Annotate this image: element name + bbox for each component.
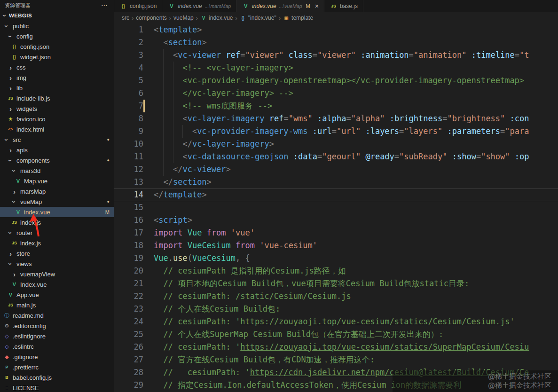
chevron-right-icon: › [7, 74, 15, 82]
close-tab-icon[interactable]: × [315, 3, 319, 9]
breadcrumb-item-template[interactable]: ▣template [283, 15, 313, 21]
breadcrumb-label: src [122, 15, 129, 21]
code-line-1[interactable]: 1<template> [114, 24, 558, 36]
tree-item-index-vue[interactable]: VIndex.vue [0, 279, 114, 290]
tree-item-eslintignore[interactable]: ◇.eslintignore [0, 331, 114, 341]
tree-item-widgets[interactable]: ›widgets [0, 103, 114, 114]
code-line-14[interactable]: 14</template> [114, 188, 558, 201]
tab-base-js[interactable]: JSbase.js [324, 0, 363, 12]
tree-item-public[interactable]: ›public [0, 21, 114, 31]
gutter-spacer [143, 125, 154, 138]
tree-item-index-js[interactable]: JSindex.js [0, 217, 114, 227]
tree-item-router[interactable]: ›router [0, 227, 114, 238]
tree-item-vuemap[interactable]: ›vueMap● [0, 196, 114, 207]
breadcrumb-item-index-vue[interactable]: Vindex.vue [200, 15, 233, 21]
tree-item-prettierrc[interactable]: P.prettierrc [0, 362, 114, 372]
code-line-11[interactable]: 11 <vc-datasource-geojson :data="geourl"… [114, 150, 558, 163]
code-line-17[interactable]: 17import Vue from 'vue' [114, 227, 558, 239]
tree-item-include-lib-js[interactable]: JSinclude-lib.js [0, 93, 114, 103]
tab-config-json[interactable]: {}config.json [114, 0, 162, 12]
js-icon: JS [7, 96, 15, 101]
code-line-28[interactable]: 28 // cesiumPath: 'https://cdn.jsdelivr.… [114, 366, 558, 379]
tree-item-config-json[interactable]: {}config.json [0, 41, 114, 52]
tree-item-index-js[interactable]: JSindex.js [0, 238, 114, 248]
tree-item-vuemapview[interactable]: ›vuemapView [0, 269, 114, 279]
code-line-20[interactable]: 20 // cesiumPath 是指引用的Cesium.js路径，如 [114, 265, 558, 277]
tab-label: base.js [340, 3, 358, 9]
tree-item-widget-json[interactable]: {}widget.json [0, 52, 114, 62]
tree-item-views[interactable]: ›views [0, 259, 114, 269]
line-content: <vc-datasource-geojson :data="geourl" @r… [154, 150, 529, 163]
code-line-5[interactable]: 5 <vc-provider-imagery-openstreetmap></v… [114, 74, 558, 87]
breadcrumb-item-index-vue[interactable]: {}"index.vue" [240, 15, 276, 21]
tree-item-index-html[interactable]: <>index.html [0, 124, 114, 134]
tab-index-vue-marsmap[interactable]: Vindex.vue...\marsMap [162, 0, 236, 12]
code-line-22[interactable]: 22 // cesiumPath: /static/Cesium/Cesium.… [114, 290, 558, 303]
tree-item-readme-md[interactable]: ⓘreadme.md [0, 310, 114, 321]
code-line-27[interactable]: 27 // 官方在线Cesium Build包，有CDN加速，推荐用这个: [114, 353, 558, 366]
code-line-16[interactable]: 16<script> [114, 214, 558, 227]
tree-item-license[interactable]: ≡LICENSE [0, 383, 114, 392]
line-content: import VueCesium from 'vue-cesium' [154, 239, 317, 252]
code-line-2[interactable]: 2 <section> [114, 36, 558, 49]
chevron-right-icon: › [10, 188, 18, 196]
breadcrumb-item-vuemap[interactable]: vueMap [173, 15, 194, 21]
file-label: .prettierrc [13, 364, 39, 371]
tree-item-img[interactable]: ›img [0, 72, 114, 83]
tree-item-mars3d[interactable]: ›mars3d [0, 165, 114, 176]
chevron-right-icon: › [7, 146, 15, 154]
line-number: 18 [114, 239, 143, 252]
tree-item-index-vue[interactable]: Vindex.vueM [0, 207, 114, 217]
tree-item-editorconfig[interactable]: ⚙.editorconfig [0, 321, 114, 331]
tree-item-map-vue[interactable]: VMap.vue [0, 176, 114, 186]
line-content: </template> [154, 188, 207, 201]
code-line-10[interactable]: 10 </vc-layer-imagery> [114, 138, 558, 150]
tree-item-eslintrc[interactable]: ◇.eslintrc [0, 341, 114, 352]
tree-item-babel-config-js[interactable]: Bbabel.config.js [0, 372, 114, 383]
tree-item-gitignore[interactable]: ◆.gitignore [0, 352, 114, 362]
modified-dot-badge: ● [107, 196, 110, 207]
file-label: index.js [20, 240, 41, 247]
tree-item-app-vue[interactable]: VApp.vue [0, 290, 114, 300]
code-line-29[interactable]: 29 // 指定Cesium.Ion.defaultAccessToken，使用… [114, 379, 558, 392]
code-line-4[interactable]: 4 <!-- <vc-layer-imagery> [114, 62, 558, 74]
workspace-section-header[interactable]: › WEBGIS [0, 10, 114, 21]
breadcrumb-item-components[interactable]: components [136, 15, 166, 21]
code-line-24[interactable]: 24 // cesiumPath: 'https://zouyaoji.top/… [114, 315, 558, 328]
tree-item-src[interactable]: ›src● [0, 134, 114, 145]
vue-icon: V [14, 178, 22, 184]
code-line-23[interactable]: 23 // 个人在线Cesium Build包: [114, 303, 558, 315]
tree-item-apis[interactable]: ›apis [0, 145, 114, 155]
code-editor[interactable]: 1<template>2 <section>3 <vc-viewer ref="… [114, 24, 558, 392]
more-actions-icon[interactable]: ⋯ [101, 1, 108, 9]
code-line-15[interactable]: 15 [114, 201, 558, 214]
code-line-13[interactable]: 13 </section> [114, 176, 558, 188]
tree-item-config[interactable]: ›config [0, 31, 114, 41]
breadcrumb-item-src[interactable]: src [122, 15, 129, 21]
tree-item-marsmap[interactable]: ›marsMap [0, 186, 114, 196]
code-line-8[interactable]: 8 <vc-layer-imagery ref="wms" :alpha="al… [114, 112, 558, 125]
code-line-7[interactable]: 7 <!-- wms底图服务 --> [114, 100, 558, 112]
tab-index-vue-vuemap[interactable]: Vindex.vue...\vueMapM× [236, 0, 324, 12]
line-number: 6 [114, 87, 143, 100]
tree-item-favicon-ico[interactable]: ★favicon.ico [0, 114, 114, 124]
tree-item-components[interactable]: ›components● [0, 155, 114, 165]
symbol-icon: ▣ [283, 16, 290, 21]
tree-item-lib[interactable]: ›lib [0, 83, 114, 93]
code-line-19[interactable]: 19Vue.use(VueCesium, { [114, 252, 558, 265]
line-number: 25 [114, 328, 143, 341]
code-line-6[interactable]: 6 </vc-layer-imagery> --> [114, 87, 558, 100]
tree-item-css[interactable]: ›css [0, 62, 114, 72]
tree-item-main-js[interactable]: JSmain.js [0, 300, 114, 310]
code-line-25[interactable]: 25 // 个人在线SuperMap Cesium Build包（在官方基础上二… [114, 328, 558, 341]
tree-item-store[interactable]: ›store [0, 248, 114, 259]
code-line-9[interactable]: 9 <vc-provider-imagery-wms :url="url" :l… [114, 125, 558, 138]
line-number: 17 [114, 227, 143, 239]
breadcrumb-separator: › [279, 15, 281, 22]
code-line-12[interactable]: 12 </vc-viewer> [114, 163, 558, 176]
code-line-21[interactable]: 21 // 项目本地的Cesium Build包，vue项目需要将Cesium … [114, 277, 558, 290]
modified-dot-badge: ● [107, 134, 110, 145]
code-line-26[interactable]: 26 // cesiumPath: 'https://zouyaoji.top/… [114, 341, 558, 353]
code-line-3[interactable]: 3 <vc-viewer ref="viewer" class="viewer"… [114, 49, 558, 62]
code-line-18[interactable]: 18import VueCesium from 'vue-cesium' [114, 239, 558, 252]
